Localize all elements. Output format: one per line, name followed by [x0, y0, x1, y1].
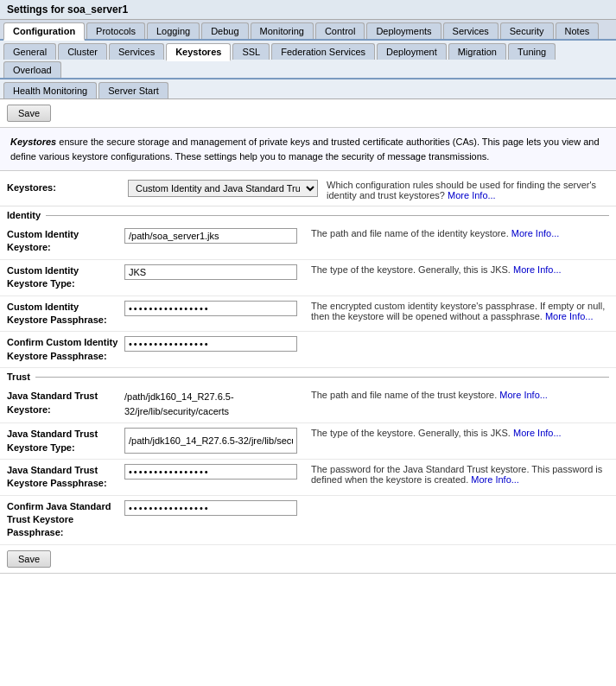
form-row-2: Custom Identity Keystore Passphrase:The … — [0, 296, 616, 333]
field-desc-1: The type of the keystore. Generally, thi… — [311, 264, 609, 275]
field-label-0: Custom Identity Keystore: — [7, 228, 119, 255]
text-input-1[interactable] — [124, 264, 297, 280]
save-button-top[interactable]: Save — [7, 105, 51, 122]
field-label-2: Custom Identity Keystore Passphrase: — [7, 301, 119, 327]
trust-section-divider: Trust — [0, 368, 616, 385]
form-row-2: Java Standard Trust Keystore Passphrase:… — [0, 460, 616, 496]
identity-section-divider: Identity — [0, 206, 616, 224]
description-text: ensure the secure storage and management… — [10, 137, 600, 162]
tab-debug[interactable]: Debug — [201, 22, 248, 39]
tab2-keystores[interactable]: Keystores — [166, 43, 231, 61]
password-input-2[interactable] — [124, 464, 297, 480]
form-row-0: Java Standard Trust Keystore:/path/jdk16… — [0, 385, 616, 423]
page-title: Settings for soa_server1 — [7, 3, 128, 16]
keystores-select[interactable]: Custom Identity and Java Standard Trust — [128, 180, 318, 197]
text-input-0[interactable] — [124, 228, 297, 244]
tab3-server-start[interactable]: Server Start — [98, 82, 168, 98]
field-label-3: Confirm Custom Identity Keystore Passphr… — [7, 336, 119, 363]
tab-row-1: ConfigurationProtocolsLoggingDebugMonito… — [0, 20, 616, 41]
tab-configuration[interactable]: Configuration — [3, 22, 85, 41]
identity-label: Identity — [7, 210, 41, 220]
keystores-label: Keystores: — [7, 180, 119, 193]
tab-control[interactable]: Control — [315, 22, 365, 39]
field-desc-2: The encrypted custom identity keystore's… — [311, 301, 609, 321]
more-info-link-2[interactable]: More Info... — [545, 311, 594, 321]
tab2-federation-services[interactable]: Federation Services — [271, 43, 375, 60]
identity-fields: Custom Identity Keystore:The path and fi… — [0, 224, 616, 368]
field-desc-2: The password for the Java Standard Trust… — [311, 464, 609, 485]
password-input-2[interactable] — [124, 301, 297, 316]
trust-path-0: /path/jdk160_14_R27.6.5-32/jre/lib/secur… — [124, 390, 306, 418]
trust-label: Trust — [7, 372, 30, 382]
tab3-health-monitoring[interactable]: Health Monitoring — [3, 82, 97, 98]
trust-line — [35, 377, 609, 378]
description-box: Keystores ensure the secure storage and … — [0, 128, 616, 171]
tab-security[interactable]: Security — [500, 22, 554, 39]
form-row-0: Custom Identity Keystore:The path and fi… — [0, 224, 616, 260]
more-info-link-2[interactable]: More Info... — [471, 474, 519, 485]
tab-services[interactable]: Services — [443, 22, 499, 39]
more-info-link-1[interactable]: More Info... — [513, 264, 562, 275]
tab2-cluster[interactable]: Cluster — [58, 43, 107, 60]
field-desc-1: The type of the keystore. Generally, thi… — [311, 428, 609, 438]
tab2-ssl[interactable]: SSL — [232, 43, 270, 60]
form-row-1: Custom Identity Keystore Type:The type o… — [0, 260, 616, 296]
tab-row-3: Health MonitoringServer Start — [0, 79, 616, 99]
save-button-bottom[interactable]: Save — [7, 550, 51, 568]
password-input-3[interactable] — [124, 336, 297, 352]
tab2-migration[interactable]: Migration — [448, 43, 506, 60]
text-input-1[interactable] — [124, 428, 297, 454]
field-desc-0: The path and file name of the trust keys… — [311, 390, 609, 400]
tab-deployments[interactable]: Deployments — [366, 22, 441, 39]
tab-monitoring[interactable]: Monitoring — [251, 22, 314, 39]
save-bar-bottom: Save — [0, 545, 616, 574]
tab-row-2: GeneralClusterServicesKeystoresSSLFedera… — [0, 41, 616, 79]
identity-line — [46, 215, 609, 216]
field-label-2: Java Standard Trust Keystore Passphrase: — [7, 464, 119, 491]
form-row-3: Confirm Custom Identity Keystore Passphr… — [0, 332, 616, 368]
tab-notes[interactable]: Notes — [556, 22, 600, 39]
password-input-3[interactable] — [124, 500, 297, 516]
keystores-more-link[interactable]: More Info... — [448, 190, 496, 200]
field-desc-0: The path and file name of the identity k… — [311, 228, 609, 238]
tab-protocols[interactable]: Protocols — [86, 22, 145, 39]
more-info-link-0[interactable]: More Info... — [499, 390, 548, 400]
more-info-link-1[interactable]: More Info... — [513, 428, 562, 438]
tab2-tuning[interactable]: Tuning — [508, 43, 556, 60]
trust-fields: Java Standard Trust Keystore:/path/jdk16… — [0, 385, 616, 545]
more-info-link-0[interactable]: More Info... — [511, 228, 560, 238]
title-bar: Settings for soa_server1 — [0, 0, 616, 20]
tab-logging[interactable]: Logging — [147, 22, 200, 39]
tab2-services[interactable]: Services — [109, 43, 164, 60]
keystores-row: Keystores: Custom Identity and Java Stan… — [0, 175, 616, 206]
field-label-3: Confirm Java Standard Trust Keystore Pas… — [7, 500, 119, 540]
field-label-0: Java Standard Trust Keystore: — [7, 390, 119, 416]
tab2-deployment[interactable]: Deployment — [377, 43, 447, 60]
form-row-3: Confirm Java Standard Trust Keystore Pas… — [0, 496, 616, 545]
field-label-1: Custom Identity Keystore Type: — [7, 264, 119, 291]
description-italic: Keystores — [10, 137, 56, 147]
keystores-desc: Which configuration rules should be used… — [327, 180, 609, 200]
keystores-select-wrap: Custom Identity and Java Standard Trust — [128, 180, 318, 197]
tab2-general[interactable]: General — [3, 43, 56, 60]
tab2-overload[interactable]: Overload — [3, 61, 61, 78]
save-bar-top: Save — [0, 99, 616, 128]
field-label-1: Java Standard Trust Keystore Type: — [7, 428, 119, 454]
form-row-1: Java Standard Trust Keystore Type:The ty… — [0, 423, 616, 460]
